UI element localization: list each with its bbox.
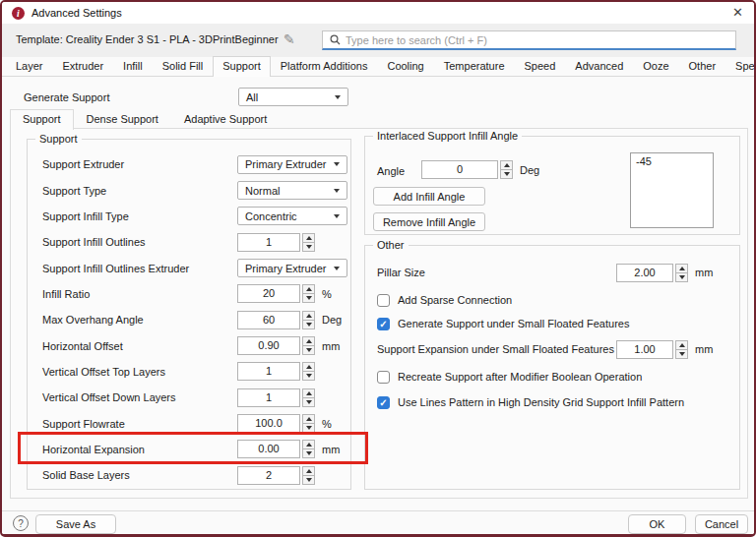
angle-list[interactable]: -45 (630, 152, 714, 228)
template-bar: Template: Creality Ender 3 S1 - PLA - 3D… (2, 24, 754, 57)
generate-support-label: Generate Support (24, 91, 109, 103)
row-support-type: Support Type Normal (28, 177, 350, 203)
tab-support[interactable]: Support (213, 56, 271, 77)
spin-down-icon[interactable] (500, 170, 513, 179)
tab-extruder[interactable]: Extruder (53, 56, 114, 76)
field-label: Support Infill Type (42, 210, 129, 222)
vertical-offset-top-layers-input[interactable]: 1 (237, 362, 300, 381)
subtab-adaptive-support[interactable]: Adaptive Support (171, 109, 280, 129)
unit-label: % (322, 418, 332, 430)
chevron-down-icon (334, 189, 340, 193)
solid-base-layers-input[interactable]: 2 (237, 466, 300, 485)
field-label: Support Flowrate (42, 418, 125, 430)
search-box[interactable] (322, 30, 736, 50)
remove-infill-angle-button[interactable]: Remove Infill Angle (373, 212, 485, 231)
tab-platform-additions[interactable]: Platform Additions (271, 56, 378, 76)
tab-cooling[interactable]: Cooling (377, 56, 433, 76)
tab-infill[interactable]: Infill (113, 56, 153, 76)
generate-support-dropdown[interactable]: All (238, 88, 348, 106)
tab-advanced[interactable]: Advanced (565, 56, 633, 76)
spinner-buttons (500, 160, 513, 179)
support-group-rows: Support Extruder Primary Extruder Suppor… (28, 151, 350, 488)
close-icon[interactable]: ✕ (732, 5, 743, 20)
spin-down-icon[interactable] (302, 449, 315, 458)
tab-special[interactable]: Special (725, 56, 756, 76)
row-solid-base-layers: Solid Base Layers 2 (28, 462, 350, 488)
spin-down-icon[interactable] (302, 372, 315, 381)
support-expansion-input[interactable]: 1.00 (616, 340, 673, 359)
app-logo-icon: i (12, 7, 25, 20)
spin-up-icon[interactable] (302, 440, 315, 449)
spin-down-icon[interactable] (302, 294, 315, 303)
generate-support-small-features-checkbox[interactable] (377, 318, 390, 330)
save-as-button[interactable]: Save As (35, 514, 116, 534)
ok-button[interactable]: OK (628, 514, 686, 534)
tab-speed[interactable]: Speed (515, 56, 566, 76)
checkbox-label: Recreate Support after Modifier Boolean … (398, 371, 642, 383)
spin-up-icon[interactable] (302, 414, 315, 424)
row-use-lines-pattern: Use Lines Pattern in High Density Grid S… (377, 393, 684, 411)
tab-temperature[interactable]: Temperature (434, 56, 515, 76)
help-icon[interactable]: ? (13, 515, 29, 531)
field-label: Support Infill Outlines Extruder (42, 263, 189, 274)
support-infill-outlines-extruder-dropdown[interactable]: Primary Extruder (237, 259, 347, 277)
interlaced-angle-group: Interlaced Support Infill Angle Angle 0 … (364, 136, 740, 235)
use-lines-pattern-checkbox[interactable] (377, 396, 390, 409)
support-extruder-dropdown[interactable]: Primary Extruder (237, 155, 347, 174)
add-sparse-connection-checkbox[interactable] (377, 294, 390, 307)
spin-down-icon[interactable] (302, 424, 315, 433)
tab-solid-fill[interactable]: Solid Fill (153, 56, 214, 76)
support-infill-type-dropdown[interactable]: Concentric (237, 207, 347, 225)
infill-ratio-input[interactable]: 20 (237, 284, 300, 303)
search-input[interactable] (346, 32, 735, 48)
spin-down-icon[interactable] (675, 273, 688, 282)
recreate-support-boolean-checkbox[interactable] (377, 371, 390, 384)
angle-list-item[interactable]: -45 (636, 155, 708, 167)
row-support-flowrate: Support Flowrate 100.0 % (28, 410, 350, 436)
spin-up-icon[interactable] (302, 233, 315, 243)
spin-up-icon[interactable] (302, 336, 315, 346)
tab-other[interactable]: Other (679, 56, 726, 76)
edit-pencil-icon[interactable]: ✎ (284, 31, 295, 47)
spin-up-icon[interactable] (302, 362, 315, 372)
spin-up-icon[interactable] (302, 388, 315, 398)
tab-ooze[interactable]: Ooze (633, 56, 678, 76)
angle-input[interactable]: 0 (421, 160, 498, 179)
spinner-buttons (302, 388, 315, 407)
subtab-dense-support[interactable]: Dense Support (74, 109, 171, 129)
spin-up-icon[interactable] (675, 340, 688, 350)
row-generate-support-small-features: Generate Support under Small Floated Fea… (377, 315, 629, 332)
spinner-buttons (302, 336, 315, 355)
spinner-buttons (302, 440, 315, 458)
cancel-button[interactable]: Cancel (695, 514, 748, 534)
support-type-dropdown[interactable]: Normal (237, 181, 347, 200)
pillar-size-input[interactable]: 2.00 (616, 264, 673, 282)
support-flowrate-input[interactable]: 100.0 (237, 414, 300, 433)
support-group-title: Support (35, 133, 82, 145)
vertical-offset-down-layers-input[interactable]: 1 (237, 388, 300, 407)
field-label: Pillar Size (377, 267, 425, 278)
spin-up-icon[interactable] (302, 284, 315, 294)
support-infill-outlines-input[interactable]: 1 (237, 233, 300, 252)
spin-down-icon[interactable] (302, 243, 315, 252)
spin-up-icon[interactable] (302, 311, 315, 321)
subtab-support[interactable]: Support (10, 109, 74, 130)
horizontal-offset-input[interactable]: 0.90 (237, 336, 300, 355)
spin-down-icon[interactable] (675, 350, 688, 359)
max-overhang-angle-input[interactable]: 60 (237, 311, 300, 329)
tab-layer[interactable]: Layer (6, 56, 53, 76)
horizontal-expansion-input[interactable]: 0.00 (237, 440, 300, 458)
spin-down-icon[interactable] (302, 346, 315, 355)
interlaced-group-title: Interlaced Support Infill Angle (373, 130, 522, 142)
title-bar: i Advanced Settings ✕ (2, 2, 754, 24)
spin-down-icon[interactable] (302, 321, 315, 329)
add-infill-angle-button[interactable]: Add Infill Angle (373, 187, 485, 206)
spin-down-icon[interactable] (302, 398, 315, 407)
spin-up-icon[interactable] (500, 160, 513, 170)
spin-up-icon[interactable] (302, 466, 315, 476)
spinner-buttons (302, 233, 315, 252)
spin-up-icon[interactable] (675, 264, 688, 273)
spin-down-icon[interactable] (302, 476, 315, 485)
row-infill-ratio: Infill Ratio 20 % (28, 281, 350, 307)
row-pillar-size: Pillar Size 2.00 mm (377, 262, 729, 283)
